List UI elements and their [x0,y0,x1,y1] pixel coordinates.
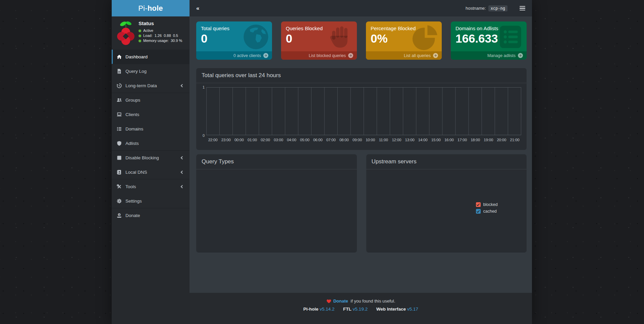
x-tick-label: 12:00 [390,138,403,144]
x-tick-label: 04:00 [285,138,298,144]
home-icon [117,54,122,59]
card-footer-link[interactable]: Manage adlists [451,51,527,60]
card-title: Total queries [201,25,267,31]
status-title: Status [139,20,182,26]
upstream-servers-panel: Upstream servers blocke [366,154,527,253]
sidebar-item[interactable]: Groups [112,93,190,107]
hostname: hostname: xcp-ng [466,5,507,11]
sidebar-item-label: Adlists [125,141,139,146]
donate-link[interactable]: Donate [333,299,348,304]
version-group: Pi-hole v5.14.2 [303,307,334,312]
version-name: Web Interface [376,307,406,312]
pihole-admin-page: Pi-hole « hostname: xcp-ng [112,0,532,324]
x-tick-label: 19:00 [482,138,495,144]
legend-label: cached [483,209,497,214]
arrow-circle-icon [263,53,268,58]
chevron-left-icon [181,170,184,174]
sidebar-item[interactable]: Tools [112,179,190,194]
sidebar-item-label: Disable Blocking [125,155,159,160]
sidebar-item[interactable]: Disable Blocking [112,151,190,165]
queries-chart-panel: Total queries over last 24 hours 1 0 22:… [196,68,527,150]
card-title: Queries Blocked [286,25,352,31]
version-name: Pi-hole [303,307,318,312]
content: Total queries 0 0 active clients [190,16,532,293]
summary-card: Queries Blocked 0 List blocked queries [281,21,357,60]
sidebar-item-label: Clients [125,112,139,117]
tools-icon [117,184,122,189]
version-link[interactable]: v5.19.2 [353,307,368,312]
legend-item[interactable]: blocked [476,202,498,207]
x-tick-label: 20:00 [495,138,508,144]
file-icon [117,69,122,74]
brand-logo[interactable]: Pi-hole [112,0,190,16]
sidebar-item[interactable]: Domains [112,122,190,136]
version-link[interactable]: v5.14.2 [320,307,334,312]
summary-card: Total queries 0 0 active clients [196,21,272,60]
donate-suffix: if you found this useful. [350,299,395,304]
sidebar-item[interactable]: Local DNS [112,165,190,179]
sidebar-item[interactable]: Donate [112,208,190,223]
sidebar-item[interactable]: Settings [112,194,190,208]
x-tick-label: 21:00 [508,138,521,144]
queries-chart: 1 0 22:0023:0000:0001:0002:0003:0004:000… [196,83,527,149]
sidebar-item[interactable]: Adlists [112,136,190,151]
card-footer-link[interactable]: 0 active clients [196,51,272,60]
sidebar-item[interactable]: Query Log [112,64,190,78]
chart-legend: blocked cached [476,202,498,214]
legend-checkbox-icon [476,209,481,214]
arrow-circle-icon [348,53,353,58]
chart-title: Total queries over last 24 hours [202,72,521,79]
x-tick-label: 11:00 [377,138,390,144]
card-footer-label: Manage adlists [487,53,516,58]
sidebar-item-label: Local DNS [125,170,147,175]
brand-name-light: Pi- [138,4,148,13]
x-tick-label: 10:00 [364,138,377,144]
legend-item[interactable]: cached [476,209,498,214]
brand-name-bold: hole [148,4,163,13]
x-tick-label: 15:00 [429,138,442,144]
x-tick-label: 05:00 [298,138,311,144]
legend-label: blocked [483,202,498,207]
status-dot-icon [139,30,141,32]
y-axis: 1 0 [200,87,206,135]
sidebar-item-label: Dashboard [125,54,148,59]
card-title: Percentage Blocked [371,25,437,31]
summary-card: Domains on Adlists 166.633 Manage adlist… [451,21,527,60]
card-footer-label: List all queries [404,53,431,58]
sidebar-menu: Dashboard Query Log Long-term Data [112,50,190,223]
users-icon [117,98,122,103]
query-types-title: Query Types [202,158,352,165]
version-link[interactable]: v5.17 [407,307,418,312]
address-book-icon [117,170,122,175]
sidebar-item-label: Query Log [125,69,147,74]
summary-card: Percentage Blocked 0% List all queries [366,21,442,60]
x-tick-label: 14:00 [416,138,429,144]
x-tick-label: 18:00 [469,138,482,144]
card-value: 0 [201,33,267,44]
status-panel: Status Active Load: 1.26 0.88 0.5 [112,16,190,50]
card-footer-link[interactable]: List blocked queries [281,51,357,60]
heart-icon [326,299,331,304]
sidebar-item[interactable]: Dashboard [112,50,190,64]
stop-icon [117,155,122,160]
version-info: Pi-hole v5.14.2 FTL v5.19.2 Web Interfac… [190,307,532,312]
summary-cards: Total queries 0 0 active clients [196,21,527,60]
card-footer-link[interactable]: List all queries [366,51,442,60]
sidebar-item[interactable]: Long-term Data [112,78,190,93]
card-title: Domains on Adlists [455,25,522,31]
status-rows: Active Load: 1.26 0.88 0.5 Memory usage:… [139,28,182,43]
x-tick-label: 01:00 [246,138,259,144]
hamburger-menu-icon[interactable] [519,5,526,12]
shield-icon [117,141,122,146]
laptop-icon [117,112,122,117]
status-dot-icon [139,40,141,42]
gear-icon [117,199,122,204]
sidebar-item[interactable]: Clients [112,107,190,122]
sidebar-collapse-icon[interactable]: « [194,4,201,13]
query-types-chart [196,169,357,252]
upstream-servers-chart: blocked cached [366,169,527,252]
sidebar: Status Active Load: 1.26 0.88 0.5 [112,16,190,324]
sidebar-item-label: Tools [125,184,136,189]
hostname-badge: xcp-ng [488,5,507,11]
x-tick-label: 22:00 [206,138,219,144]
